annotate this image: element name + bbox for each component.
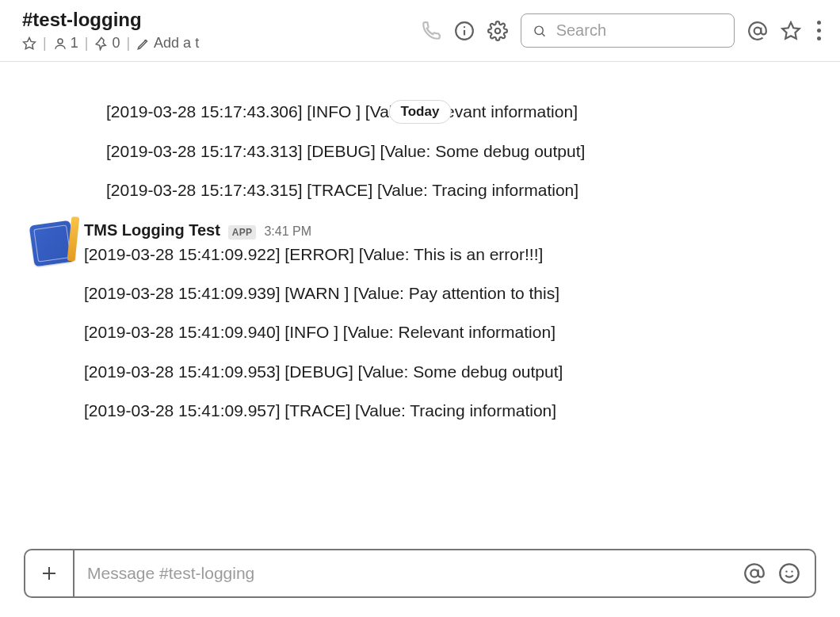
pins-count: 0 — [112, 35, 120, 52]
log-line: [2019-03-28 15:41:09.953] [DEBUG] [Value… — [84, 360, 824, 383]
pencil-icon — [136, 36, 151, 51]
pin-icon — [94, 36, 109, 51]
message-header: TMS Logging Test APP 3:41 PM — [84, 221, 824, 240]
more-actions-button[interactable] — [814, 17, 824, 44]
pins-button[interactable]: 0 — [94, 35, 120, 52]
plus-icon — [40, 564, 59, 583]
log-line: [2019-03-28 15:41:09.939] [WARN ] [Value… — [84, 282, 824, 305]
svg-marker-9 — [782, 22, 800, 39]
at-icon — [743, 562, 766, 584]
date-divider-label: Today — [389, 100, 452, 124]
info-icon — [454, 21, 475, 41]
channel-header: #test-logging | 1 | 0 | Add a t — [0, 0, 840, 62]
sender-name[interactable]: TMS Logging Test — [84, 221, 220, 240]
composer-tools — [743, 562, 815, 584]
call-button[interactable] — [421, 21, 441, 41]
members-button[interactable]: 1 — [53, 35, 78, 52]
starred-items-button[interactable] — [781, 21, 801, 41]
star-icon — [781, 21, 801, 41]
emoji-button[interactable] — [778, 562, 800, 584]
message-body: TMS Logging Test APP 3:41 PM [2019-03-28… — [84, 221, 824, 423]
smile-icon — [778, 562, 800, 584]
add-topic-label: Add a t — [154, 35, 199, 52]
log-line: [2019-03-28 15:17:43.306] [INFO ] [Value… — [106, 100, 824, 123]
mentions-button[interactable] — [747, 21, 768, 41]
person-icon — [53, 36, 67, 51]
channel-meta: | 1 | 0 | Add a t — [22, 35, 276, 52]
gear-icon — [487, 21, 508, 41]
avatar[interactable] — [29, 220, 76, 266]
message: TMS Logging Test APP 3:41 PM [2019-03-28… — [32, 221, 824, 423]
channel-name[interactable]: #test-logging — [22, 10, 276, 30]
channel-info: #test-logging | 1 | 0 | Add a t — [22, 10, 276, 52]
mention-button[interactable] — [743, 562, 766, 584]
svg-point-5 — [495, 28, 501, 33]
header-tools — [276, 13, 824, 48]
log-line: [2019-03-28 15:17:43.313] [DEBUG] [Value… — [106, 140, 824, 163]
info-button[interactable] — [454, 21, 475, 41]
svg-line-7 — [542, 33, 544, 36]
message-composer — [24, 549, 816, 598]
log-line: [2019-03-28 15:41:09.922] [ERROR] [Value… — [84, 243, 824, 266]
at-icon — [747, 21, 768, 41]
svg-point-1 — [58, 39, 63, 44]
date-divider[interactable]: Today — [389, 100, 452, 124]
svg-marker-0 — [24, 37, 36, 48]
svg-point-12 — [750, 569, 758, 577]
search-box[interactable] — [521, 13, 735, 48]
attachment-button[interactable] — [25, 550, 74, 596]
svg-point-8 — [754, 27, 762, 34]
svg-point-15 — [791, 571, 792, 573]
svg-point-6 — [535, 26, 543, 34]
phone-icon — [421, 21, 441, 41]
app-badge: APP — [228, 225, 257, 240]
svg-point-14 — [785, 571, 787, 573]
star-channel-button[interactable] — [22, 36, 36, 51]
svg-point-4 — [464, 26, 465, 28]
kebab-icon — [814, 17, 824, 44]
settings-button[interactable] — [487, 21, 508, 41]
add-topic-button[interactable]: Add a t — [136, 35, 199, 52]
log-line: [2019-03-28 15:17:43.315] [TRACE] [Value… — [106, 178, 824, 201]
log-line: [2019-03-28 15:41:09.957] [TRACE] [Value… — [84, 399, 824, 422]
separator: | — [126, 35, 130, 52]
log-line: [2019-03-28 15:41:09.940] [INFO ] [Value… — [84, 320, 824, 343]
separator: | — [43, 35, 47, 52]
star-icon — [22, 36, 36, 51]
svg-point-13 — [780, 564, 798, 582]
separator: | — [85, 35, 89, 52]
search-input[interactable] — [555, 21, 723, 40]
message-input[interactable] — [74, 550, 743, 596]
search-icon — [533, 23, 547, 39]
members-count: 1 — [71, 35, 78, 52]
message-timestamp[interactable]: 3:41 PM — [264, 224, 311, 239]
